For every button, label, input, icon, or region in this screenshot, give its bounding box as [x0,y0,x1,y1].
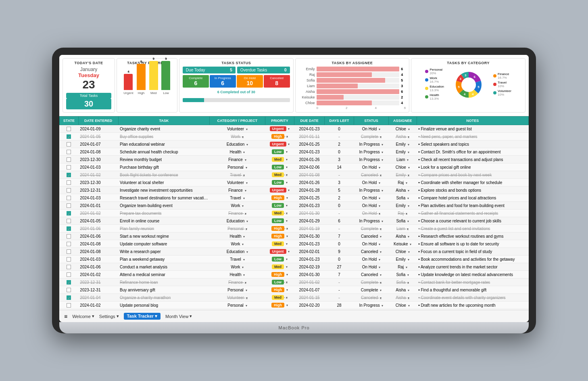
status-dropdown[interactable]: ▾ [379,181,380,185]
assignee-dropdown[interactable]: ▾ [408,189,409,193]
status-dropdown[interactable]: ▾ [380,281,382,285]
category-dropdown[interactable]: ▾ [245,281,246,285]
checkbox[interactable] [67,188,71,193]
priority-cell[interactable]: Urgent ▾ [265,248,294,255]
status-dropdown[interactable]: ▾ [379,197,380,200]
state-cell[interactable] [60,140,79,148]
status-dropdown[interactable]: ▾ [380,174,382,177]
priority-cell[interactable]: Med ▾ [265,240,294,248]
assignee-dropdown[interactable]: ▾ [407,158,409,162]
assignee-dropdown[interactable]: ▾ [407,281,409,285]
priority-dropdown[interactable]: ▾ [286,273,288,276]
state-cell[interactable]: ✓ [60,278,79,286]
state-cell[interactable]: ✓ [60,209,79,217]
priority-cell[interactable]: Low ▾ [265,255,294,263]
category-dropdown[interactable]: ▾ [242,266,244,269]
priority-cell[interactable]: Urgent ▾ [265,125,294,133]
status-dropdown[interactable]: ▾ [379,212,380,216]
category-dropdown[interactable]: ▾ [246,220,248,223]
priority-cell[interactable]: Low ▾ [265,148,294,156]
priority-dropdown[interactable]: ▾ [286,219,288,223]
priority-dropdown[interactable]: ▾ [286,288,288,292]
status-dropdown[interactable]: ▾ [382,304,383,308]
category-dropdown[interactable]: ▾ [245,212,246,216]
priority-dropdown[interactable]: ▾ [286,158,288,161]
assignee-dropdown[interactable]: ▾ [408,166,410,170]
status-dropdown[interactable]: ▾ [379,128,380,131]
priority-cell[interactable]: High ▾ [265,225,294,232]
priority-cell[interactable]: Low ▾ [265,278,294,286]
status-dropdown[interactable]: ▾ [380,273,382,277]
assignee-dropdown[interactable]: ▾ [408,235,409,239]
priority-dropdown[interactable]: ▾ [286,196,288,200]
priority-dropdown[interactable]: ▾ [286,204,288,207]
priority-dropdown[interactable]: ▾ [286,165,288,169]
state-cell[interactable] [60,194,79,202]
state-cell[interactable] [60,271,79,278]
priority-cell[interactable]: High ▾ [265,232,294,240]
priority-cell[interactable]: Med ▾ [265,171,294,179]
status-dropdown[interactable]: ▾ [382,143,383,147]
assignee-dropdown[interactable]: ▾ [407,220,409,223]
state-cell[interactable] [60,156,79,163]
category-dropdown[interactable]: ▾ [246,143,248,147]
state-cell[interactable] [60,232,79,240]
toolbar-welcome[interactable]: Welcome ▾ [72,314,94,319]
status-dropdown[interactable]: ▾ [380,296,382,300]
state-cell[interactable] [60,125,79,133]
status-dropdown[interactable]: ▾ [382,151,383,154]
category-dropdown[interactable]: ▾ [243,235,245,239]
assignee-dropdown[interactable]: ▾ [408,258,409,262]
checkbox[interactable]: ✓ [67,211,71,216]
status-dropdown[interactable]: ▾ [382,158,383,162]
priority-dropdown[interactable]: ▾ [286,281,288,284]
category-dropdown[interactable]: ▾ [246,250,248,254]
category-dropdown[interactable]: ▾ [246,128,248,131]
priority-dropdown[interactable]: ▾ [288,250,290,253]
checkbox[interactable]: ✓ [67,173,71,177]
priority-dropdown[interactable]: ▾ [286,181,288,184]
state-cell[interactable] [60,217,79,225]
priority-cell[interactable]: Urgent ▾ [265,140,294,148]
state-cell[interactable]: ✓ [60,133,79,140]
checkbox[interactable]: ✓ [67,134,71,139]
priority-cell[interactable]: Low ▾ [265,202,294,209]
priority-dropdown[interactable]: ▾ [286,227,288,230]
priority-dropdown[interactable]: ▾ [286,150,288,154]
category-dropdown[interactable]: ▾ [246,296,248,300]
priority-dropdown[interactable]: ▾ [286,234,288,238]
state-cell[interactable] [60,263,79,271]
status-dropdown[interactable]: ▾ [380,235,382,239]
status-dropdown[interactable]: ▾ [382,220,383,223]
assignee-dropdown[interactable]: ▾ [408,128,410,131]
category-dropdown[interactable]: ▾ [242,135,244,139]
state-cell[interactable] [60,202,79,209]
toolbar-task-tracker[interactable]: Task Tracker ▾ [124,313,161,320]
category-dropdown[interactable]: ▾ [243,273,245,277]
priority-cell[interactable]: Low ▾ [265,163,294,171]
priority-cell[interactable]: Med ▾ [265,263,294,271]
checkbox[interactable] [67,272,71,277]
category-dropdown[interactable]: ▾ [242,204,244,208]
status-dropdown[interactable]: ▾ [379,243,380,246]
checkbox[interactable] [67,196,71,200]
priority-cell[interactable]: Low ▾ [265,217,294,225]
status-dropdown[interactable]: ▾ [380,227,382,231]
state-cell[interactable]: ✓ [60,171,79,179]
status-dropdown[interactable]: ▾ [379,204,380,208]
state-cell[interactable] [60,148,79,156]
checkbox[interactable]: ✓ [67,226,71,231]
assignee-dropdown[interactable]: ▾ [408,174,409,177]
assignee-dropdown[interactable]: ▾ [408,304,410,308]
assignee-dropdown[interactable]: ▾ [407,273,409,277]
state-cell[interactable] [60,163,79,171]
priority-cell[interactable]: Low ▾ [265,179,294,186]
category-dropdown[interactable]: ▾ [245,158,246,162]
priority-dropdown[interactable]: ▾ [286,135,288,138]
checkbox[interactable] [67,203,71,208]
priority-dropdown[interactable]: ▾ [288,142,290,146]
priority-dropdown[interactable]: ▾ [286,296,288,299]
priority-dropdown[interactable]: ▾ [288,188,290,192]
category-dropdown[interactable]: ▾ [243,197,245,200]
checkbox[interactable] [67,165,71,170]
